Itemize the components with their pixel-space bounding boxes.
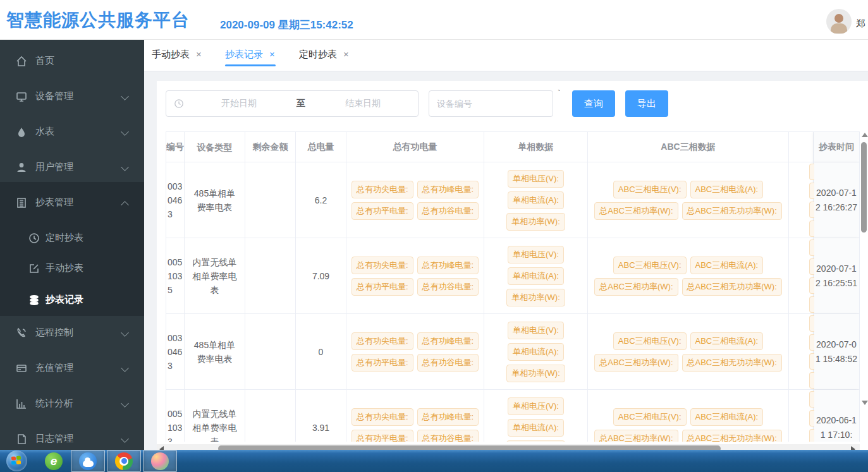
sidebar-item-user-mgmt[interactable]: 用户管理 [0,154,144,181]
cell-total-energy: 0 [296,314,346,389]
scroll-up-arrow-icon[interactable] [862,133,868,137]
tag-single-power: 单相功率(W): [506,213,565,231]
sidebar-item-manual-reading[interactable]: 手动抄表 [0,255,144,282]
droplet-icon [15,126,28,138]
tag-single-current: 单相电流(A): [508,267,564,285]
start-date-input[interactable]: 开始日期 [184,98,294,109]
tag-energy-peak: 总有功峰电量: [417,408,479,426]
vertical-scrollbar-thumb[interactable] [861,142,867,233]
sidebar-item-scheduled-reading[interactable]: 定时抄表 [0,224,144,252]
sidebar-item-home[interactable]: 首页 [0,47,144,75]
col-header-single-phase: 单相数据 [484,132,588,162]
qq-browser-icon [79,452,97,470]
home-icon [15,55,28,68]
tag-energy-flat: 总有功平电量: [351,202,413,220]
cell-balance [245,162,296,238]
tag-abc-voltage: ABC三相电压(V): [613,181,687,198]
phone-icon [15,327,28,339]
taskbar-qq-browser[interactable] [71,450,105,472]
tab-manual-reading[interactable]: 手动抄表× [152,49,202,61]
sidebar-item-label: 统计分析 [35,397,73,409]
close-icon[interactable]: × [269,49,275,59]
tag-single-current: 单相电流(A): [508,419,564,437]
table-row: 0051035 内置无线单相单费率电表 7.09 总有功尖电量: 总有功峰电量:… [166,238,860,314]
sidebar-item-log-mgmt[interactable]: 日志管理 [0,425,144,453]
col-header-time: 抄表时间 [814,132,860,162]
user-icon [15,161,28,174]
tag-energy-flat: 总有功平电量: [351,278,413,296]
sidebar-item-label: 手动抄表 [46,262,83,274]
header-datetime: 2020-09-09 星期三15:42:52 [220,18,353,32]
tag-energy-valley: 总有功谷电量: [417,278,479,296]
cell-total-energy: 7.09 [296,238,346,313]
sidebar-item-recharge-mgmt[interactable]: 充值管理 [0,354,144,382]
hidden-column-tag-edges [809,162,814,238]
cell-total-energy: 3.91 [296,390,346,442]
meter-icon [15,197,28,209]
active-tab-underline [225,64,276,66]
cell-device-id: 0030463 [166,179,184,221]
col-header-active-energy: 总有功电量 [346,132,484,162]
taskbar-360-browser[interactable]: e [37,450,71,472]
bar-chart-icon [15,397,28,410]
table-row: 0051033 内置无线单相单费率电表 3.91 总有功尖电量: 总有功峰电量:… [166,390,860,442]
app-title: 智慧能源公共服务平台 [6,8,190,32]
taskbar-media-app[interactable] [143,450,177,472]
avatar[interactable] [826,9,852,34]
sidebar-item-label: 抄表管理 [35,197,73,209]
device-number-input[interactable] [429,90,553,117]
table-header-row: 编号 设备类型 剩余金额 总电量 总有功电量 单相数据 ABC三相数据 抄表时间 [166,132,860,162]
tab-scheduled-reading[interactable]: 定时抄表× [299,49,349,61]
tag-energy-sharp: 总有功尖电量: [351,181,413,198]
export-button[interactable]: 导出 [625,90,668,117]
tag-energy-sharp: 总有功尖电量: [351,257,413,274]
tag-energy-valley: 总有功谷电量: [417,202,479,220]
tag-single-voltage: 单相电压(V): [508,170,564,188]
monitor-icon [15,90,28,103]
user-name[interactable]: 郑 [856,18,868,30]
tag-single-current: 单相电流(A): [508,343,564,361]
vertical-scrollbar[interactable] [860,131,868,472]
chevron-down-icon [121,399,129,408]
tab-label: 抄表记录 [225,49,263,59]
chevron-down-icon [121,435,129,443]
chevron-down-icon [121,128,129,136]
sidebar-item-statistics[interactable]: 统计分析 [0,390,144,418]
tag-energy-peak: 总有功峰电量: [417,332,479,350]
col-header-id: 编号 [166,132,185,162]
close-icon[interactable]: × [196,49,202,59]
tab-reading-records[interactable]: 抄表记录× [225,49,275,61]
chevron-down-icon [121,92,129,100]
cell-read-time: 2020-06-11 17:10: [815,413,858,442]
tag-single-power: 单相功率(W): [506,365,565,382]
sidebar-item-device-mgmt[interactable]: 设备管理 [0,83,144,111]
table-row: 0030463 485单相单费率电表 0 总有功尖电量: 总有功峰电量: 总有功… [166,314,860,390]
col-header-balance: 剩余金额 [245,132,296,162]
sidebar-item-water-meter[interactable]: 水表 [0,118,144,146]
tag-energy-valley: 总有功谷电量: [417,430,479,442]
cell-device-type: 485单相单费率电表 [185,314,245,389]
taskbar-chrome[interactable] [107,450,141,472]
col-header-total: 总电量 [296,132,346,162]
sidebar-item-reading-records[interactable]: 抄表记录 [0,286,144,314]
edit-icon [28,262,40,275]
tag-abc-reactive-power: 总ABC三相无功功率(W): [682,202,782,220]
end-date-input[interactable]: 结束日期 [308,98,418,109]
tag-abc-reactive-power: 总ABC三相无功功率(W): [682,430,782,442]
sidebar-item-label: 日志管理 [35,433,73,445]
hidden-column-tag-edges [809,390,814,442]
tag-abc-voltage: ABC三相电压(V): [613,257,687,274]
date-range-picker[interactable]: 开始日期 至 结束日期 [166,90,419,117]
sidebar-item-label: 水表 [35,126,54,138]
tab-label: 定时抄表 [299,49,337,59]
query-button[interactable]: 查询 [572,90,615,117]
tag-energy-flat: 总有功平电量: [351,354,413,372]
close-icon[interactable]: × [343,49,349,59]
tag-single-voltage: 单相电压(V): [508,246,564,263]
scroll-down-arrow-icon[interactable] [862,401,868,405]
sidebar-item-remote-control[interactable]: 远程控制 [0,319,144,347]
start-button[interactable] [6,451,27,471]
sidebar-item-meter-reading-mgmt[interactable]: 抄表管理 [0,189,144,217]
cell-read-time: 2020-07-01 15:48:52 [815,337,858,366]
tag-energy-sharp: 总有功尖电量: [351,332,413,350]
